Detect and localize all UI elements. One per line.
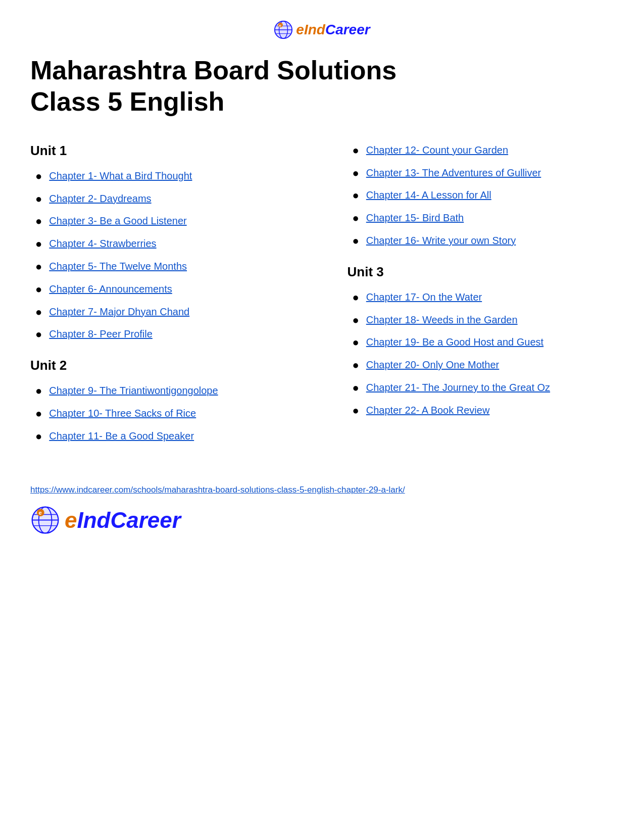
svg-text:e: e (279, 23, 281, 28)
svg-text:e: e (39, 510, 42, 516)
list-item: ● Chapter 17- On the Water (353, 290, 614, 306)
unit1-chapter-list: ● Chapter 1- What a Bird Thought ● Chapt… (30, 169, 297, 342)
list-item: ● Chapter 15- Bird Bath (353, 211, 614, 226)
bullet-icon: ● (353, 335, 359, 351)
chapter-11-link[interactable]: Chapter 11- Be a Good Speaker (49, 429, 194, 443)
chapter-8-link[interactable]: Chapter 8- Peer Profile (49, 327, 153, 341)
footer-section: https://www.indcareer.com/schools/mahara… (30, 485, 614, 535)
list-item: ● Chapter 19- Be a Good Host and Guest (353, 335, 614, 351)
list-item: ● Chapter 3- Be a Good Listener (35, 214, 297, 229)
chapter-6-link[interactable]: Chapter 6- Announcements (49, 282, 172, 296)
chapter-7-link[interactable]: Chapter 7- Major Dhyan Chand (49, 305, 189, 319)
list-item: ● Chapter 5- The Twelve Months (35, 259, 297, 275)
bullet-icon: ● (353, 211, 359, 226)
footer-globe-icon: e (30, 505, 61, 535)
bullet-icon: ● (35, 214, 42, 229)
unit1-heading: Unit 1 (30, 143, 297, 159)
chapter-9-link[interactable]: Chapter 9- The Triantiwontigongolope (49, 383, 218, 398)
content-grid: Unit 1 ● Chapter 1- What a Bird Thought … (30, 138, 614, 460)
bullet-icon: ● (35, 191, 42, 207)
page-title: Maharashtra Board Solutions Class 5 Engl… (30, 55, 614, 118)
bullet-icon: ● (35, 236, 42, 252)
list-item: ● Chapter 1- What a Bird Thought (35, 169, 297, 184)
bullet-icon: ● (35, 383, 42, 399)
left-column: Unit 1 ● Chapter 1- What a Bird Thought … (30, 138, 307, 460)
bullet-icon: ● (35, 429, 42, 445)
chapter-18-link[interactable]: Chapter 18- Weeds in the Garden (366, 313, 518, 327)
chapter-19-link[interactable]: Chapter 19- Be a Good Host and Guest (366, 335, 543, 349)
bullet-icon: ● (353, 380, 359, 396)
header-logo-text: eIndCareer (296, 22, 370, 38)
page-header: e eIndCareer (30, 20, 614, 39)
bullet-icon: ● (35, 305, 42, 320)
chapter-21-link[interactable]: Chapter 21- The Journey to the Great Oz (366, 380, 550, 395)
header-logo: e eIndCareer (274, 20, 370, 39)
list-item: ● Chapter 14- A Lesson for All (353, 188, 614, 204)
unit2-right-chapter-list: ● Chapter 12- Count your Garden ● Chapte… (348, 143, 614, 249)
list-item: ● Chapter 18- Weeds in the Garden (353, 313, 614, 328)
list-item: ● Chapter 10- Three Sacks of Rice (35, 406, 297, 422)
footer-url-link[interactable]: https://www.indcareer.com/schools/mahara… (30, 485, 614, 495)
chapter-22-link[interactable]: Chapter 22- A Book Review (366, 403, 490, 417)
bullet-icon: ● (353, 143, 359, 159)
chapter-20-link[interactable]: Chapter 20- Only One Mother (366, 358, 499, 372)
chapter-4-link[interactable]: Chapter 4- Strawberries (49, 236, 156, 251)
chapter-2-link[interactable]: Chapter 2- Daydreams (49, 191, 151, 206)
bullet-icon: ● (35, 282, 42, 298)
list-item: ● Chapter 20- Only One Mother (353, 358, 614, 373)
list-item: ● Chapter 4- Strawberries (35, 236, 297, 252)
list-item: ● Chapter 13- The Adventures of Gulliver (353, 166, 614, 181)
bullet-icon: ● (353, 290, 359, 306)
footer-logo-text: eIndCareer (65, 508, 181, 533)
bullet-icon: ● (353, 358, 359, 373)
list-item: ● Chapter 8- Peer Profile (35, 327, 297, 342)
chapter-13-link[interactable]: Chapter 13- The Adventures of Gulliver (366, 166, 541, 180)
chapter-10-link[interactable]: Chapter 10- Three Sacks of Rice (49, 406, 196, 420)
bullet-icon: ● (353, 166, 359, 181)
bullet-icon: ● (353, 233, 359, 249)
chapter-17-link[interactable]: Chapter 17- On the Water (366, 290, 482, 304)
chapter-5-link[interactable]: Chapter 5- The Twelve Months (49, 259, 187, 273)
unit3-heading: Unit 3 (348, 264, 614, 280)
bullet-icon: ● (35, 327, 42, 342)
logo-globe-icon: e (274, 20, 293, 39)
chapter-12-link[interactable]: Chapter 12- Count your Garden (366, 143, 508, 157)
list-item: ● Chapter 11- Be a Good Speaker (35, 429, 297, 445)
bullet-icon: ● (35, 169, 42, 184)
chapter-14-link[interactable]: Chapter 14- A Lesson for All (366, 188, 491, 202)
footer-logo: e eIndCareer (30, 505, 614, 535)
right-column: ● Chapter 12- Count your Garden ● Chapte… (337, 138, 614, 460)
bullet-icon: ● (353, 313, 359, 328)
list-item: ● Chapter 16- Write your own Story (353, 233, 614, 249)
bullet-icon: ● (353, 188, 359, 204)
unit2-heading: Unit 2 (30, 358, 297, 373)
list-item: ● Chapter 9- The Triantiwontigongolope (35, 383, 297, 399)
list-item: ● Chapter 22- A Book Review (353, 403, 614, 419)
list-item: ● Chapter 6- Announcements (35, 282, 297, 298)
list-item: ● Chapter 12- Count your Garden (353, 143, 614, 159)
bullet-icon: ● (353, 403, 359, 419)
unit3-chapter-list: ● Chapter 17- On the Water ● Chapter 18-… (348, 290, 614, 419)
chapter-1-link[interactable]: Chapter 1- What a Bird Thought (49, 169, 192, 183)
list-item: ● Chapter 2- Daydreams (35, 191, 297, 207)
list-item: ● Chapter 7- Major Dhyan Chand (35, 305, 297, 320)
chapter-15-link[interactable]: Chapter 15- Bird Bath (366, 211, 464, 225)
unit2-chapter-list: ● Chapter 9- The Triantiwontigongolope ●… (30, 383, 297, 444)
bullet-icon: ● (35, 406, 42, 422)
bullet-icon: ● (35, 259, 42, 275)
chapter-3-link[interactable]: Chapter 3- Be a Good Listener (49, 214, 186, 228)
list-item: ● Chapter 21- The Journey to the Great O… (353, 380, 614, 396)
chapter-16-link[interactable]: Chapter 16- Write your own Story (366, 233, 516, 248)
